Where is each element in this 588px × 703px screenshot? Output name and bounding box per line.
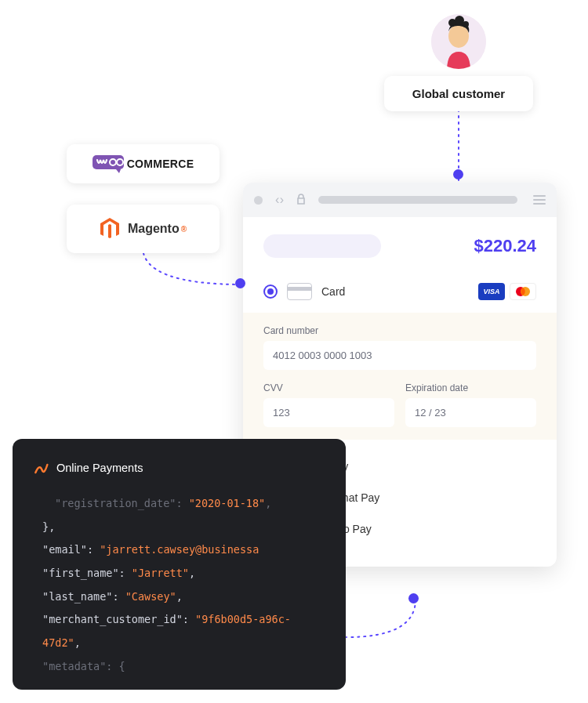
magento-icon xyxy=(100,217,120,241)
magento-label: Magento xyxy=(128,222,180,236)
code-line: }, xyxy=(33,516,325,539)
checkout-amount: $220.24 xyxy=(474,236,536,256)
lock-icon xyxy=(296,194,306,207)
persona-label: Global customer xyxy=(412,87,505,100)
svg-point-5 xyxy=(463,21,469,27)
persona-chip: Global customer xyxy=(384,76,533,111)
card-label: Card xyxy=(321,285,345,298)
cvv-input[interactable] xyxy=(263,398,394,427)
exp-label: Expiration date xyxy=(405,382,536,393)
menu-icon[interactable] xyxy=(533,195,546,205)
brand-icon xyxy=(33,461,49,477)
platform-magento: Magento ® xyxy=(67,205,220,253)
code-line: "metadata": { xyxy=(33,655,325,679)
mastercard-icon xyxy=(510,283,536,300)
exp-input[interactable] xyxy=(405,398,536,427)
payment-method-card[interactable]: Card VISA xyxy=(263,278,536,305)
visa-icon: VISA xyxy=(478,283,505,300)
code-line: "email": "jarrett.cawsey@businessa xyxy=(33,538,325,562)
card-number-label: Card number xyxy=(263,325,536,336)
woocommerce-label: COMMERCE xyxy=(127,158,194,170)
code-line: "first_name": "Jarrett", xyxy=(33,562,325,585)
card-number-input[interactable] xyxy=(263,341,536,370)
code-line: "merchant_customer_id": "9f6b00d5-a96c-4… xyxy=(33,608,325,654)
avatar xyxy=(431,14,486,69)
radio-card[interactable] xyxy=(263,284,278,299)
code-line: "registration_date": "2020-01-18", xyxy=(33,492,325,516)
code-panel-title: Online Payments xyxy=(56,456,143,481)
card-icon xyxy=(287,283,312,300)
card-form: Card number CVV Expiration date xyxy=(243,313,557,440)
platform-woocommerce: COMMERCE xyxy=(67,144,220,183)
woocommerce-icon xyxy=(93,154,124,174)
traffic-light-dot xyxy=(254,196,263,205)
browser-chrome: ‹ › xyxy=(243,183,557,217)
merchant-name-skeleton xyxy=(263,234,381,258)
nav-back-forward-icon[interactable]: ‹ › xyxy=(275,193,282,207)
api-code-panel: Online Payments "registration_date": "20… xyxy=(13,439,346,690)
cvv-label: CVV xyxy=(263,382,394,393)
code-line: "last_name": "Cawsey", xyxy=(33,585,325,609)
url-bar[interactable] xyxy=(318,196,517,204)
